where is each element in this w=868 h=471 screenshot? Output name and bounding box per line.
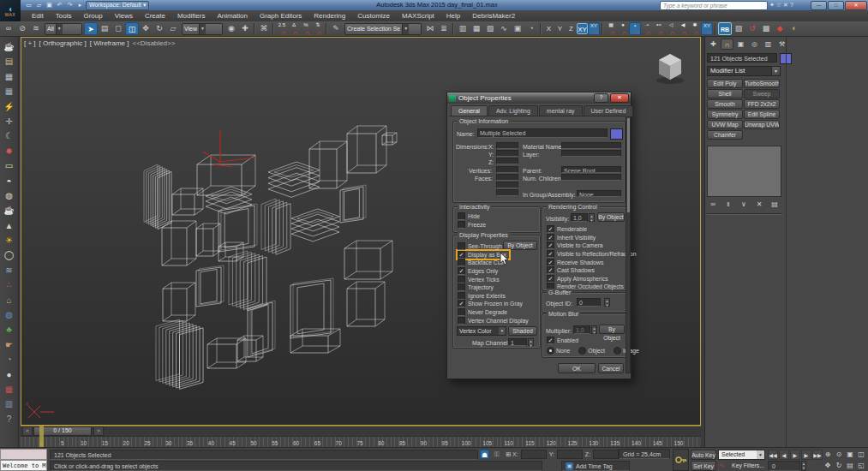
menu-rendering[interactable]: Rendering xyxy=(308,10,351,21)
favorites-icon[interactable]: ☆ xyxy=(776,1,781,9)
window-crossing-icon[interactable]: ◫ xyxy=(125,22,139,35)
checkbox[interactable] xyxy=(458,212,465,220)
save-file-icon[interactable]: ▣ xyxy=(45,1,54,9)
rendering-inherit-visibility[interactable]: Inherit Visibility xyxy=(547,234,636,242)
play-icon[interactable]: ▶ xyxy=(790,450,800,460)
current-frame-marker[interactable] xyxy=(39,426,44,447)
red-tool-icon[interactable]: ✹ xyxy=(2,145,16,158)
dome-icon[interactable]: ◓ xyxy=(2,175,16,188)
motionblur-radio-none[interactable]: None xyxy=(547,347,570,355)
checkbox[interactable] xyxy=(458,292,465,300)
selection-filter-dropdown[interactable]: All▼ xyxy=(45,23,82,35)
set-key-button[interactable]: Set Key xyxy=(691,461,716,471)
axis-y-button[interactable]: Y xyxy=(554,23,566,34)
scene-explorer-icon[interactable]: ▧ xyxy=(483,22,497,35)
display-vertex-channel-display[interactable]: Vertex Channel Display xyxy=(458,316,529,325)
checkbox[interactable] xyxy=(458,259,465,266)
default-in-out-curve-icon[interactable]: ∿ xyxy=(719,462,725,469)
checkbox[interactable] xyxy=(547,259,554,266)
book-icon[interactable]: ▥ xyxy=(2,397,16,411)
maximize-viewport-icon[interactable]: ◱ xyxy=(856,461,866,471)
checkbox[interactable] xyxy=(458,283,465,291)
zoom-extents-icon[interactable]: ▣ xyxy=(845,450,855,460)
menu-tools[interactable]: Tools xyxy=(50,10,78,21)
snap-grid-icon[interactable]: ▦∩ xyxy=(605,22,617,35)
axis-xy-button[interactable]: XY xyxy=(577,23,588,34)
multiplier-field[interactable]: 1,0 xyxy=(573,325,590,334)
rendered-frame-icon[interactable]: ◆ xyxy=(773,22,787,35)
disc-icon[interactable]: ◍ xyxy=(2,189,16,203)
modifier-button-uvw-map[interactable]: UVW Map xyxy=(707,120,743,129)
next-frame-button[interactable]: > xyxy=(93,426,104,436)
checkbox[interactable] xyxy=(458,317,465,325)
dialog-help-button[interactable]: ? xyxy=(594,93,608,103)
selection-region-icon[interactable]: ◻ xyxy=(111,22,125,35)
next-frame-icon[interactable]: ▶ xyxy=(801,450,811,460)
snap-face-icon[interactable]: ◁∩ xyxy=(665,22,677,35)
name-field[interactable]: Multiple Selected xyxy=(477,128,608,138)
shaded-button[interactable]: Shaded xyxy=(508,326,537,336)
waves-icon[interactable]: ≋ xyxy=(2,264,16,277)
workspace-dropdown[interactable]: Workspace: Default ▾ xyxy=(86,1,149,10)
rendering-by-object-button[interactable]: By Object xyxy=(597,212,625,222)
unlink-icon[interactable]: ⊘ xyxy=(15,22,29,35)
scrollbar-thumb[interactable] xyxy=(627,118,630,212)
checkbox[interactable] xyxy=(458,276,465,283)
frame-spinner[interactable]: ▲▼ xyxy=(801,461,806,471)
undo-icon[interactable]: ↶ xyxy=(55,1,64,9)
max-logo-icon[interactable]: ◖ MAX xyxy=(0,0,21,21)
frame-number-field[interactable]: 0 xyxy=(768,461,800,471)
search-go-icon[interactable]: ⌕ xyxy=(764,1,768,9)
dialog-close-button[interactable]: ✕ xyxy=(610,93,629,103)
orbit-icon[interactable]: ↻ xyxy=(834,461,844,471)
teapot2-icon[interactable]: ☕ xyxy=(2,204,16,218)
x-field[interactable] xyxy=(521,450,547,459)
snap-xy-icon[interactable]: XY∩ xyxy=(701,22,713,35)
grid-icon[interactable]: ▦ xyxy=(2,383,16,396)
modifier-button-smooth[interactable]: Smooth xyxy=(707,99,743,109)
bind-spacewarp-icon[interactable]: ≋ xyxy=(29,22,43,35)
angle-snap-icon[interactable]: ∆∩ xyxy=(288,22,300,35)
zoom-icon[interactable]: ⊕ xyxy=(823,450,833,460)
ok-button[interactable]: OK xyxy=(558,363,596,373)
z-field[interactable] xyxy=(593,450,619,459)
menu-graph-editors[interactable]: Graph Editors xyxy=(254,10,308,21)
modifier-stack[interactable] xyxy=(707,146,781,197)
open-file-icon[interactable]: ▱ xyxy=(34,1,44,9)
map-channel-field[interactable]: 1 xyxy=(508,338,527,346)
tab-create[interactable]: ✚ xyxy=(707,39,720,50)
menu-customize[interactable]: Customize xyxy=(351,10,396,21)
remove-modifier-icon[interactable]: ✕ xyxy=(753,200,765,210)
close-button[interactable]: ✕ xyxy=(845,1,867,10)
sun-icon[interactable]: ☀ xyxy=(2,234,16,247)
checkbox[interactable] xyxy=(547,250,554,258)
key-filters-button[interactable]: Key Filters... xyxy=(730,461,766,471)
use-pivot-icon[interactable]: ◉ xyxy=(224,22,238,35)
modifier-button-symmetry[interactable]: Symmetry xyxy=(707,110,743,119)
select-manipulate-icon[interactable]: ✚ xyxy=(238,22,252,35)
visibility-spinner[interactable]: ▲▼ xyxy=(589,213,595,222)
pin-stack-icon[interactable]: ∞ xyxy=(707,200,719,210)
zoom-all-icon[interactable]: ⊙ xyxy=(834,450,844,460)
visibility-field[interactable]: 1,0 xyxy=(571,213,588,222)
snap-point-icon[interactable]: ▪∩ xyxy=(629,22,641,35)
checkbox[interactable] xyxy=(547,234,554,241)
minimize-button[interactable]: — xyxy=(811,1,827,10)
modifier-button-ffd-2x2x2[interactable]: FFD 2x2x2 xyxy=(744,99,780,109)
exchange-icon[interactable]: ✕ xyxy=(783,1,788,9)
spinner-snap-icon[interactable]: ⇅∩ xyxy=(312,22,324,35)
checkbox[interactable] xyxy=(547,241,554,249)
checkbox[interactable] xyxy=(458,267,465,275)
show-end-result-icon[interactable]: ‖ xyxy=(722,200,734,210)
select-scale-icon[interactable]: ▱ xyxy=(166,22,180,35)
axes-icon[interactable]: ✛ xyxy=(2,115,16,128)
maximize-button[interactable]: □ xyxy=(828,1,844,10)
motionblur-by-object-button[interactable]: By Object xyxy=(599,325,625,334)
select-rotate-icon[interactable]: ↻ xyxy=(153,22,166,35)
interactivity-hide[interactable]: Hide xyxy=(458,212,486,221)
checkbox[interactable] xyxy=(547,275,554,283)
pan-icon[interactable]: ✥ xyxy=(823,461,833,471)
menu-modifiers[interactable]: Modifiers xyxy=(171,10,211,21)
select-object-icon[interactable]: ➤ xyxy=(84,22,98,35)
checkbox[interactable] xyxy=(458,242,465,250)
